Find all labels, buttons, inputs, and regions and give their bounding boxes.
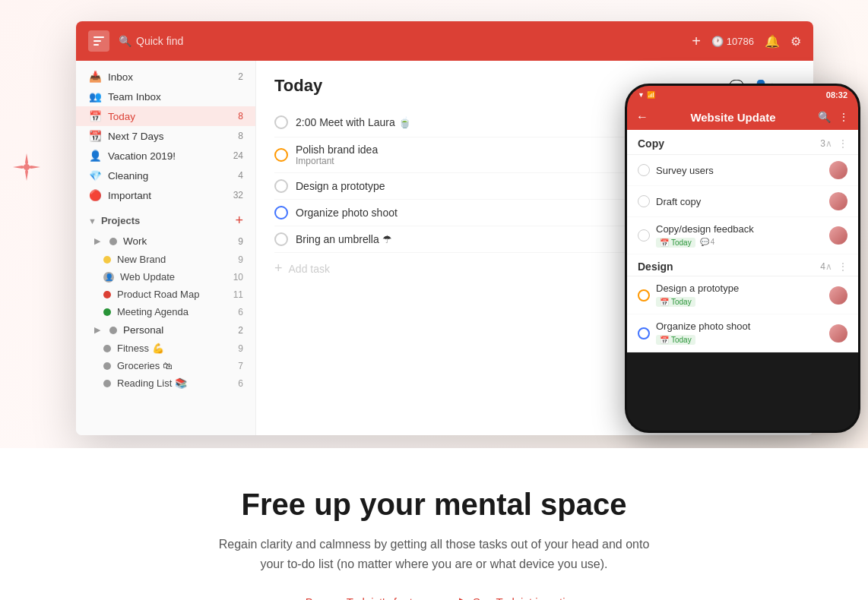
sidebar-today-count: 8	[238, 111, 243, 122]
task-checkbox-polish[interactable]	[274, 148, 288, 162]
phone-copy-more-icon[interactable]: ⋮	[838, 138, 847, 149]
projects-label: Projects	[101, 215, 140, 226]
sidebar-subitem-reading[interactable]: Reading List 📚 6	[76, 374, 255, 392]
play-icon: ▶	[459, 595, 468, 600]
web-update-count: 10	[233, 272, 243, 283]
sidebar-cleaning-label: Cleaning	[108, 170, 232, 182]
sidebar-subitem-fitness[interactable]: Fitness 💪 9	[76, 339, 255, 357]
sidebar-item-next7[interactable]: 📆 Next 7 Days 8	[76, 126, 255, 146]
sidebar-personal-count: 2	[238, 325, 243, 336]
sidebar-subitem-product-road[interactable]: Product Road Map 11	[76, 286, 255, 303]
search-icon: 🔍	[119, 35, 131, 47]
topbar: 🔍 Quick find + 🕐 10786 🔔 ⚙	[76, 21, 813, 61]
sidebar: 📥 Inbox 2 👥 Team Inbox 📅 Today 8 📆 Next …	[76, 61, 256, 435]
see-in-action-link[interactable]: ▶ See Todoist in action	[459, 595, 578, 600]
product-road-count: 11	[233, 289, 243, 300]
svg-rect-6	[93, 36, 104, 38]
sidebar-subitem-web-update[interactable]: 👤 Web Update 10	[76, 268, 255, 286]
phone-avatar-survey	[829, 161, 847, 179]
sidebar-item-cleaning[interactable]: 💎 Cleaning 4	[76, 166, 255, 185]
next7-icon: 📆	[88, 130, 102, 142]
product-road-label: Product Road Map	[117, 289, 227, 300]
add-button[interactable]: +	[692, 33, 701, 50]
sidebar-inbox-label: Inbox	[108, 71, 232, 83]
task-checkbox-design[interactable]	[274, 179, 288, 193]
karma-count: 10786	[727, 36, 754, 47]
phone-copy-title: Copy	[638, 137, 817, 150]
settings-icon[interactable]: ⚙	[790, 34, 801, 49]
bottom-links: → Browse Todoist's features ▶ See Todois…	[15, 595, 853, 600]
phone-task-text-survey: Survey users	[656, 165, 823, 176]
phone-task-text-photo: Organize photo shoot	[656, 321, 823, 332]
phone-task-check-draft[interactable]	[638, 195, 650, 207]
important-icon: 🔴	[88, 189, 102, 201]
phone-tag-design: 📅 Today	[656, 297, 695, 307]
sidebar-item-work[interactable]: ▶ Work 9	[76, 232, 255, 251]
phone-tag-photo: 📅 Today	[656, 335, 695, 345]
phone-tag-feedback: 📅 Today	[656, 238, 695, 248]
phone-task-survey: Survey users	[627, 155, 858, 186]
phone-task-check-photo[interactable]	[638, 327, 650, 339]
phone-task-text-feedback: Copy/design feedback	[656, 223, 823, 235]
sidebar-subitem-meeting[interactable]: Meeting Agenda 6	[76, 303, 255, 321]
phone-copy-count: 3	[820, 138, 825, 149]
app-logo[interactable]	[88, 30, 109, 52]
groceries-label: Groceries 🛍	[117, 360, 232, 371]
see-in-action-label: See Todoist in action	[473, 595, 578, 600]
new-brand-label: New Brand	[117, 254, 232, 265]
phone-design-section-header: Design 4 ∧ ⋮	[627, 254, 858, 276]
phone-toolbar-icons: 🔍 ⋮	[818, 111, 849, 123]
phone-more-icon[interactable]: ⋮	[838, 111, 849, 123]
phone-collapse-icon[interactable]: ∧	[825, 138, 832, 149]
sidebar-item-team-inbox[interactable]: 👥 Team Inbox	[76, 87, 255, 106]
add-task-label: Add task	[289, 263, 330, 275]
sidebar-item-personal[interactable]: ▶ Personal 2	[76, 321, 255, 339]
phone-title: Website Update	[654, 111, 812, 124]
cleaning-icon: 💎	[88, 169, 102, 182]
team-inbox-icon: 👥	[88, 90, 102, 103]
sidebar-item-important[interactable]: 🔴 Important 32	[76, 185, 255, 205]
phone-design-collapse-icon[interactable]: ∧	[825, 261, 832, 272]
groceries-count: 7	[238, 361, 243, 371]
phone-design-more-icon[interactable]: ⋮	[838, 261, 847, 272]
sidebar-work-label: Work	[123, 235, 232, 247]
svg-point-5	[24, 164, 30, 170]
sidebar-subitem-new-brand[interactable]: New Brand 9	[76, 251, 255, 268]
sidebar-item-inbox[interactable]: 📥 Inbox 2	[76, 67, 255, 87]
add-project-button[interactable]: +	[235, 213, 243, 229]
web-update-label: Web Update	[120, 271, 227, 283]
phone-task-check-design[interactable]	[638, 289, 650, 302]
sidebar-today-label: Today	[108, 111, 232, 122]
phone-task-draft: Draft copy	[627, 186, 858, 217]
task-checkbox-umbrella[interactable]	[274, 232, 288, 246]
phone-design-count: 4	[820, 261, 825, 272]
today-icon: 📅	[88, 110, 102, 122]
phone-task-photo-shoot: Organize photo shoot 📅 Today	[627, 314, 858, 352]
browse-features-link[interactable]: → Browse Todoist's features	[290, 595, 435, 600]
notification-bell[interactable]: 🔔	[765, 34, 780, 49]
phone-content: Copy 3 ∧ ⋮ Survey users Draft copy	[627, 130, 858, 352]
phone-task-text-draft: Draft copy	[656, 196, 823, 207]
phone-time: 08:32	[826, 90, 847, 99]
task-checkbox-photo[interactable]	[274, 206, 288, 219]
search-label: Quick find	[136, 35, 183, 47]
sidebar-vacation-label: Vacation 2019!	[108, 150, 227, 162]
phone-search-icon[interactable]: 🔍	[818, 111, 831, 123]
search-bar[interactable]: 🔍 Quick find	[119, 35, 683, 47]
sidebar-vacation-count: 24	[233, 150, 243, 161]
phone-task-check-feedback[interactable]	[638, 229, 650, 242]
reading-count: 6	[238, 378, 243, 389]
phone-back-button[interactable]: ←	[636, 110, 648, 124]
sidebar-subitem-groceries[interactable]: Groceries 🛍 7	[76, 357, 255, 374]
svg-rect-8	[93, 44, 99, 46]
phone-task-check-survey[interactable]	[638, 164, 650, 176]
fitness-label: Fitness 💪	[117, 343, 232, 354]
bottom-subtext: Regain clarity and calmness by getting a…	[214, 535, 654, 573]
browse-features-label: Browse Todoist's features	[306, 595, 435, 600]
sidebar-item-today[interactable]: 📅 Today 8	[76, 106, 255, 126]
projects-section-header[interactable]: ▼ Projects +	[76, 205, 255, 232]
svg-rect-7	[93, 40, 101, 42]
task-checkbox-meet[interactable]	[274, 115, 288, 129]
sidebar-next7-count: 8	[238, 131, 243, 141]
sidebar-item-vacation[interactable]: 👤 Vacation 2019! 24	[76, 146, 255, 166]
